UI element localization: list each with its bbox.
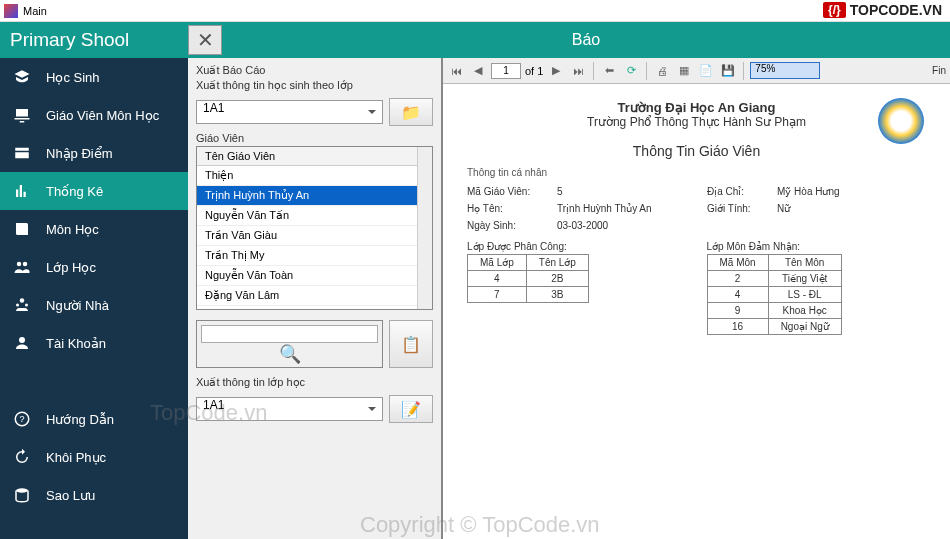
report-body: Trường Đại Học An Giang Trường Phổ Thông…: [443, 84, 950, 539]
table-row: 4LS - ĐL: [707, 287, 841, 303]
search-input[interactable]: [201, 325, 379, 343]
zoom-combo[interactable]: 75%: [750, 62, 820, 79]
sidebar: Học Sinh Giáo Viên Môn Học Nhập Điểm Thố…: [0, 58, 188, 539]
teacher-icon: [12, 105, 32, 125]
sidebar-item-label: Nhập Điểm: [46, 146, 113, 161]
setup-icon[interactable]: 📄: [697, 62, 715, 80]
sidebar-item-giaovien[interactable]: Giáo Viên Môn Học: [0, 96, 188, 134]
stats-icon: [12, 181, 32, 201]
table-row: 16Ngoại Ngữ: [707, 319, 841, 335]
page-input[interactable]: [491, 63, 521, 79]
label: Họ Tên:: [467, 203, 547, 214]
sidebar-item-label: Người Nhà: [46, 298, 109, 313]
svg-text:?: ?: [19, 414, 24, 424]
section-title: Xuất Báo Cáo: [196, 64, 433, 77]
sidebar-item-lophoc[interactable]: Lớp Học: [0, 248, 188, 286]
list-item[interactable]: Thiện: [197, 166, 432, 186]
export-panel: Xuất Báo Cáo Xuất thông tin học sinh the…: [188, 58, 442, 539]
class-combo-1[interactable]: 1A1: [196, 100, 383, 124]
svg-point-2: [20, 298, 25, 303]
sidebar-item-label: Thống Kê: [46, 184, 103, 199]
list-item[interactable]: Nguyễn Văn Toàn: [197, 266, 432, 286]
scrollbar[interactable]: [417, 147, 432, 309]
table-row: 42B: [468, 271, 589, 287]
list-item[interactable]: Trần Thị My: [197, 246, 432, 266]
value: 03-03-2000: [557, 220, 697, 231]
sidebar-item-khoiphuc[interactable]: Khôi Phục: [0, 438, 188, 476]
family-icon: [12, 295, 32, 315]
sidebar-item-label: Tài Khoản: [46, 336, 106, 351]
search-icon[interactable]: 🔍: [279, 343, 301, 365]
refresh-icon[interactable]: ⟳: [622, 62, 640, 80]
label: Mã Giáo Viên:: [467, 186, 547, 197]
sidebar-item-hocsinh[interactable]: Học Sinh: [0, 58, 188, 96]
print-icon[interactable]: 🖨: [653, 62, 671, 80]
table-assigned-class: Mã LớpTên Lớp 42B 73B: [467, 254, 589, 303]
brand-logo: {/} TOPCODE.VN: [823, 2, 942, 18]
search-container: 🔍: [196, 320, 383, 368]
svg-point-4: [25, 304, 28, 307]
window-title: Main: [23, 5, 47, 17]
list-item[interactable]: Đặng Văn Lâm: [197, 286, 432, 306]
sidebar-item-nhapdiem[interactable]: Nhập Điểm: [0, 134, 188, 172]
next-page-icon[interactable]: ▶: [547, 62, 565, 80]
section-subtitle: Xuất thông tin học sinh theo lớp: [196, 79, 433, 92]
export-icon[interactable]: 💾: [719, 62, 737, 80]
table1-caption: Lớp Được Phân Công:: [467, 241, 687, 252]
value: 5: [557, 186, 697, 197]
report-viewer: ⏮ ◀ of 1 ▶ ⏭ ⬅ ⟳ 🖨 ▦ 📄 💾 75% Fin Trường …: [442, 58, 950, 539]
sidebar-item-taikhoan[interactable]: Tài Khoản: [0, 324, 188, 362]
sidebar-item-label: Học Sinh: [46, 70, 100, 85]
report-subtitle: Thông tin cá nhân: [467, 167, 926, 178]
sidebar-item-huongdan[interactable]: ?Hướng Dẫn: [0, 400, 188, 438]
report-title: Thông Tin Giáo Viên: [467, 143, 926, 159]
sidebar-item-monhoc[interactable]: Môn Học: [0, 210, 188, 248]
back-icon[interactable]: ⬅: [600, 62, 618, 80]
app-title: Primary Shool: [0, 29, 188, 51]
table-subjects: Mã MônTên Môn 2Tiếng Việt 4LS - ĐL 9Khoa…: [707, 254, 842, 335]
first-page-icon[interactable]: ⏮: [447, 62, 465, 80]
svg-point-5: [19, 337, 25, 343]
close-panel-button[interactable]: ✕: [188, 25, 222, 55]
class-combo-2[interactable]: 1A1: [196, 397, 383, 421]
sidebar-item-saoluu[interactable]: Sao Lưu: [0, 476, 188, 514]
label: Địa Chỉ:: [707, 186, 767, 197]
sidebar-item-label: Sao Lưu: [46, 488, 95, 503]
sidebar-item-label: Lớp Học: [46, 260, 96, 275]
app-icon: [4, 4, 18, 18]
list-item[interactable]: Trần Văn Giàu: [197, 226, 432, 246]
find-label: Fin: [932, 65, 946, 76]
teacher-listbox[interactable]: Tên Giáo Viên Thiện Trịnh Huỳnh Thủy An …: [196, 146, 433, 310]
list-item[interactable]: Nguyễn Văn Tấn: [197, 206, 432, 226]
teacher-report-button[interactable]: 📋: [389, 320, 433, 368]
svg-point-8: [16, 488, 28, 493]
school-logo: [878, 98, 924, 144]
report-toolbar: ⏮ ◀ of 1 ▶ ⏭ ⬅ ⟳ 🖨 ▦ 📄 💾 75% Fin: [443, 58, 950, 84]
prev-page-icon[interactable]: ◀: [469, 62, 487, 80]
report-uni1: Trường Đại Học An Giang: [467, 100, 926, 115]
page-of-label: of 1: [525, 65, 543, 77]
section2-title: Xuất thông tin lớp học: [196, 376, 433, 389]
account-icon: [12, 333, 32, 353]
help-icon: ?: [12, 409, 32, 429]
sidebar-item-thongke[interactable]: Thống Kê: [0, 172, 188, 210]
sidebar-item-nguoinha[interactable]: Người Nhà: [0, 286, 188, 324]
svg-point-1: [23, 262, 28, 267]
last-page-icon[interactable]: ⏭: [569, 62, 587, 80]
brand-icon: {/}: [823, 2, 846, 18]
sidebar-item-label: Giáo Viên Môn Học: [46, 108, 159, 123]
export-class-button[interactable]: 📝: [389, 395, 433, 423]
label: Giới Tính:: [707, 203, 767, 214]
export-student-button[interactable]: 📁: [389, 98, 433, 126]
layout-icon[interactable]: ▦: [675, 62, 693, 80]
value: Trịnh Huỳnh Thủy An: [557, 203, 697, 214]
list-item[interactable]: Trịnh Huỳnh Thủy An: [197, 186, 432, 206]
input-icon: [12, 143, 32, 163]
table-row: 2Tiếng Việt: [707, 271, 841, 287]
panel-title: Báo: [222, 31, 950, 49]
label: Ngày Sinh:: [467, 220, 547, 231]
restore-icon: [12, 447, 32, 467]
student-icon: [12, 67, 32, 87]
table2-caption: Lớp Môn Đảm Nhận:: [707, 241, 927, 252]
report-uni2: Trường Phổ Thông Thực Hành Sư Phạm: [467, 115, 926, 129]
